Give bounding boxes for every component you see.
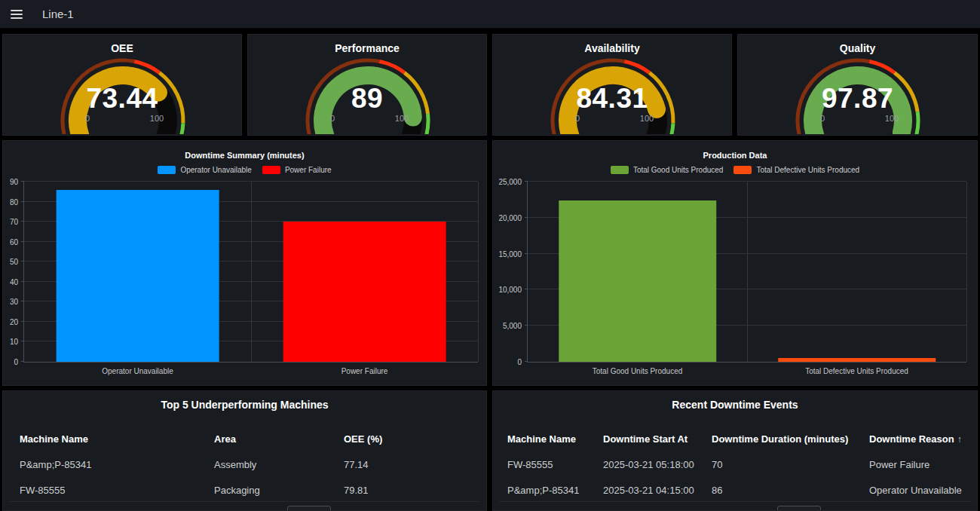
dashboard-title: Line-1 [42,8,74,20]
y-axis-tick [21,261,24,262]
production-data-chart: 05,00010,00015,00020,00025,000Total Good… [527,182,966,363]
panel-oee: OEE 73.44 0 100 [2,34,242,136]
column-header-label: Downtime Reason [869,433,954,445]
category-boundary-line [747,182,748,362]
y-axis-tick [525,325,528,326]
y-axis-tick-label: 0 [517,358,522,366]
x-axis-category-label: Total Good Units Produced [593,367,683,375]
y-axis-tick-label: 20,000 [498,213,522,222]
sort-ascending-icon: ↑ [957,434,962,445]
gauge-max-label: 100 [632,114,662,123]
column-header[interactable]: Machine Name [20,433,214,445]
y-axis-tick-label: 50 [10,258,18,266]
table-cell: Operator Unavailable [869,485,977,496]
y-axis-tick [21,321,24,322]
y-axis-tick [21,301,24,301]
column-header-label: Machine Name [20,433,88,445]
table-cell: 70 [712,459,869,470]
table-body: FW-855552025-03-21 05:18:0070Power Failu… [493,451,977,503]
category-boundary-line [966,182,967,362]
table-bottom-divider [499,501,971,502]
bar-total-good-units-produced[interactable] [559,200,717,362]
column-header-label: Machine Name [507,433,576,445]
column-header[interactable]: Downtime Start At [603,433,712,445]
table-row: FW-85555Packaging79.81 [3,477,486,503]
y-axis-tick-label: 70 [10,218,18,226]
table-cell: Packaging [214,485,344,496]
table-title: Recent Downtime Events [493,399,977,411]
gauge-max-label: 100 [877,114,907,123]
legend-item[interactable]: Total Good Units Produced [611,166,724,174]
column-header-label: OEE (%) [344,433,382,445]
legend-item[interactable]: Operator Unavailable [158,166,252,174]
column-header-label: Area [214,433,236,445]
column-header[interactable]: Machine Name [507,433,603,445]
chart-title: Production Data [493,151,977,160]
gauge-threshold-segment [914,112,918,134]
x-axis-category-label: Operator Unavailable [102,367,173,375]
table-cell: Assembly [214,459,344,470]
gauge-value: 73.44 [3,83,241,115]
y-axis-tick [525,253,528,254]
table-row: P&amp;P-85341Assembly77.14 [3,451,486,477]
gauge-max-label: 100 [142,114,172,123]
legend-item[interactable]: Total Defective Units Produced [733,166,859,174]
panel-quality: Quality 97.87 0 100 [737,34,978,136]
y-axis-tick-label: 10 [10,338,18,346]
y-axis-tick-label: 20 [10,317,18,326]
table-row: P&amp;P-853412025-03-21 04:15:0086Operat… [493,477,977,503]
chart-legend: Total Good Units ProducedTotal Defective… [493,164,977,176]
bar-power-failure[interactable] [283,222,446,362]
column-header-label: Downtime Start At [603,433,688,445]
gauge-value: 84.31 [493,83,731,115]
y-axis-tick [525,217,528,218]
chart-title: Downtime Summary (minutes) [3,151,486,160]
table-cell: 79.81 [344,485,486,496]
table-cell: 2025-03-21 04:15:00 [603,485,712,496]
table-bottom-divider [9,501,480,502]
table-cell: P&amp;P-85341 [20,459,214,470]
panel-production-data: Production Data Total Good Units Produce… [492,140,978,386]
panel-underperforming-machines: Top 5 Underperforming Machines Machine N… [2,390,487,511]
y-axis-tick [21,221,24,222]
gauge-min-label: 0 [562,114,593,123]
menu-toggle-button[interactable] [6,4,27,25]
column-header-label: Downtime Duration (minutes) [712,433,848,445]
bar-operator-unavailable[interactable] [56,190,219,362]
panel-downtime-summary: Downtime Summary (minutes) Operator Unav… [2,140,487,386]
table-title: Top 5 Underperforming Machines [3,399,486,411]
panel-title: Quality [738,42,977,54]
chart-legend: Operator UnavailablePower Failure [3,164,486,176]
column-header[interactable]: Area [214,433,344,445]
column-header[interactable]: Downtime Duration (minutes) [712,433,869,445]
y-axis-tick-label: 0 [14,358,18,366]
panel-performance: Performance 89 0 100 [247,34,487,136]
legend-swatch [611,166,629,174]
table-cell: FW-85555 [507,459,603,470]
gauge-min-label: 0 [317,114,348,123]
y-axis-tick-label: 80 [10,197,18,206]
downtime-summary-chart: 0102030405060708090Operator UnavailableP… [23,182,478,363]
legend-label: Power Failure [285,166,332,174]
gauge-min-label: 0 [72,114,103,123]
category-boundary-line [478,182,479,362]
y-axis-tick-label: 5,000 [503,322,522,330]
gauge-threshold-segment [669,123,673,134]
pagination-button[interactable] [777,506,821,511]
legend-item[interactable]: Power Failure [262,166,332,174]
y-axis-tick [21,181,24,182]
y-axis-tick-label: 90 [10,178,18,186]
panel-recent-downtime-events: Recent Downtime Events Machine NameDownt… [492,390,978,511]
gauge-min-label: 0 [807,114,838,123]
pagination-button[interactable] [287,506,331,511]
legend-swatch [158,166,176,174]
table-cell: FW-85555 [20,485,214,496]
table-row: FW-855552025-03-21 05:18:0070Power Failu… [493,451,977,477]
column-header[interactable]: Downtime Reason↑ [869,433,977,445]
bar-total-defective-units-produced[interactable] [778,358,936,362]
y-axis-tick-label: 40 [10,277,18,286]
y-axis-tick [21,361,24,362]
table-cell: Power Failure [869,459,977,470]
category-boundary-line [251,182,252,362]
column-header[interactable]: OEE (%) [344,433,486,445]
